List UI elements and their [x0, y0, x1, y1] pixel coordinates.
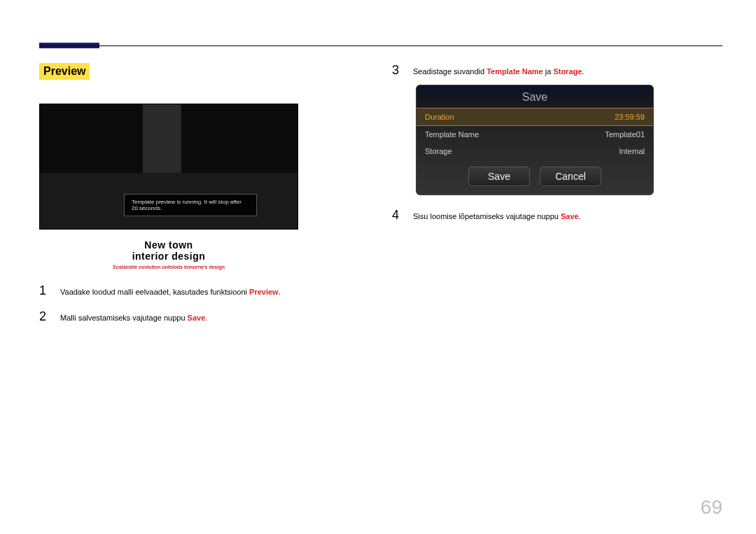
- step-number: 2: [39, 309, 50, 324]
- step-1: 1 Vaadake loodud malli eelvaadet, kasuta…: [39, 283, 370, 298]
- step-text-post: .: [279, 288, 281, 296]
- section-title: Preview: [39, 63, 90, 80]
- preview-caption-line1: New town: [39, 239, 298, 251]
- left-steps: 1 Vaadake loodud malli eelvaadet, kasuta…: [39, 283, 370, 324]
- step-text: Seadistage suvandid Template Name ja Sto…: [413, 63, 584, 78]
- step-text-mid: ja: [543, 67, 554, 76]
- step-4: 4 Sisu loomise lõpetamiseks vajutage nup…: [392, 208, 722, 223]
- step-text-pre: Seadistage suvandid: [413, 67, 486, 76]
- step-text-pre: Sisu loomise lõpetamiseks vajutage nuppu: [413, 212, 561, 220]
- step-text-highlight: Save: [188, 314, 206, 322]
- step-text-post: .: [205, 314, 207, 322]
- left-column: Preview Template preview is running. It …: [39, 63, 370, 335]
- step-number: 1: [39, 283, 50, 298]
- step-text: Malli salvestamiseks vajutage nuppu Save…: [60, 309, 207, 324]
- monitor-light-area: [143, 104, 181, 173]
- step-number: 3: [392, 63, 403, 78]
- save-row-storage[interactable]: Storage Internal: [416, 143, 653, 160]
- step-text-highlight: Preview: [249, 288, 279, 296]
- step-text-post: .: [582, 67, 584, 76]
- step-text: Vaadake loodud malli eelvaadet, kasutade…: [60, 283, 281, 298]
- step-text: Sisu loomise lõpetamiseks vajutage nuppu…: [413, 208, 581, 223]
- save-button[interactable]: Save: [468, 167, 530, 186]
- preview-tooltip: Template preview is running. It will sto…: [124, 194, 257, 216]
- preview-monitor: Template preview is running. It will sto…: [39, 104, 298, 230]
- step-text-highlight-2: Storage: [553, 67, 582, 76]
- save-row-key: Storage: [425, 147, 452, 155]
- save-row-key: Template Name: [425, 130, 479, 139]
- step-2: 2 Malli salvestamiseks vajutage nuppu Sa…: [39, 309, 370, 324]
- horizontal-rule: [39, 45, 722, 46]
- save-row-key: Duration: [425, 113, 454, 121]
- step-text-highlight: Template Name: [486, 67, 543, 76]
- content-columns: Preview Template preview is running. It …: [39, 63, 722, 335]
- page: Preview Template preview is running. It …: [0, 0, 756, 534]
- save-row-duration[interactable]: Duration 23:59:59: [416, 108, 653, 126]
- right-column: 3 Seadistage suvandid Template Name ja S…: [392, 63, 722, 335]
- save-dialog: Save Duration 23:59:59 Template Name Tem…: [416, 85, 654, 195]
- cancel-button[interactable]: Cancel: [540, 167, 601, 186]
- step-text-post: .: [579, 212, 581, 220]
- save-dialog-title: Save: [416, 85, 653, 108]
- save-row-value: Internal: [619, 147, 645, 155]
- preview-caption: New town interior design Sustainble evol…: [39, 239, 298, 269]
- save-row-value: 23:59:59: [615, 113, 645, 121]
- page-number: 69: [701, 496, 722, 519]
- step-text-pre: Malli salvestamiseks vajutage nuppu: [60, 314, 188, 322]
- save-dialog-buttons: Save Cancel: [416, 160, 653, 195]
- step-number: 4: [392, 208, 403, 223]
- preview-caption-sub: Sustainble evolution unfolods tomorrw's …: [39, 265, 298, 269]
- step-text-pre: Vaadake loodud malli eelvaadet, kasutade…: [60, 288, 249, 296]
- step-3: 3 Seadistage suvandid Template Name ja S…: [392, 63, 722, 78]
- save-row-value: Template01: [605, 130, 645, 139]
- preview-caption-line2: interior design: [39, 251, 298, 262]
- step-text-highlight: Save: [561, 212, 579, 220]
- save-row-template-name[interactable]: Template Name Template01: [416, 126, 653, 143]
